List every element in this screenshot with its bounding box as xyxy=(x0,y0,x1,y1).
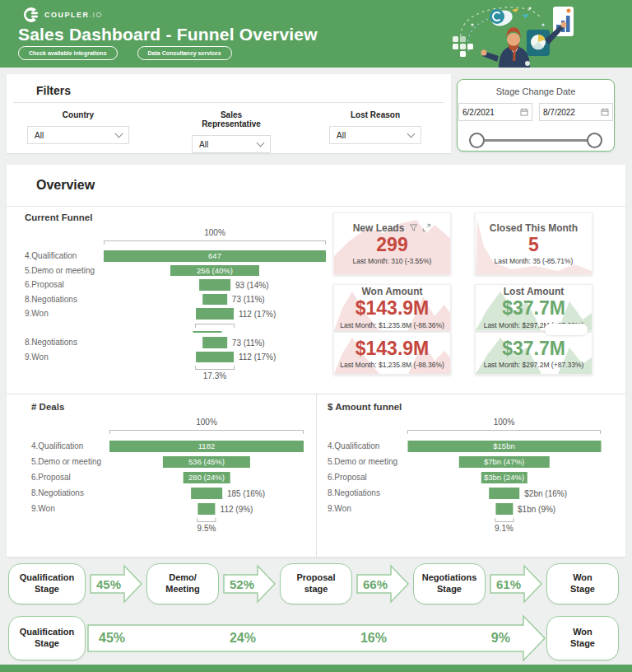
funnel-bottom-bracket: 9.1% xyxy=(328,516,601,536)
slider-handle-start[interactable] xyxy=(469,133,485,148)
stage-line: Stage xyxy=(35,638,59,650)
stage-line: Demo/ xyxy=(169,572,197,584)
flow-row-1: QualificationStage45%Demo/Meeting52%Prop… xyxy=(8,563,619,604)
kpi-value: $143.9M xyxy=(356,298,430,319)
funnel-row: 5.Demo or meeting536 (45%) xyxy=(31,454,304,469)
funnel-bar[interactable] xyxy=(489,488,520,499)
kpi-lost-amount-duplicate[interactable]: $37.7M Last Month: $297.2M (+87.33%) xyxy=(475,332,592,375)
sales-rep-select[interactable]: All xyxy=(192,135,271,153)
funnel-top-bracket: 100% xyxy=(25,227,326,249)
funnel-bar-value: 112 (9%) xyxy=(221,504,253,513)
header: COUPLER.IO Sales Dashboard - Funnel Over… xyxy=(0,0,632,68)
funnel-bar[interactable]: 1182 xyxy=(109,441,304,452)
filter-icon[interactable] xyxy=(409,223,418,232)
conversion-arrow: 45% xyxy=(90,564,142,604)
end-date-input[interactable] xyxy=(543,108,589,117)
funnel-bar[interactable]: 647 xyxy=(104,250,326,262)
stage-box-demo: Demo/Meeting xyxy=(146,563,219,604)
funnel-row: 4.Qualification647 xyxy=(25,249,326,264)
filters-divider xyxy=(13,102,444,103)
stage-box-qualification: Qualification Stage xyxy=(8,616,86,660)
funnel-bar[interactable] xyxy=(196,352,234,363)
funnel-bar[interactable]: 536 (45%) xyxy=(163,456,250,468)
chevron-down-icon xyxy=(407,130,416,138)
current-funnel-chart: Current Funnel 100%4.Qualification6475.D… xyxy=(25,212,326,384)
deals-funnel-chart: # Deals 100%4.Qualification11825.Demo or… xyxy=(31,402,304,536)
chevron-down-icon xyxy=(115,130,123,138)
funnel-category-label: 4.Qualification xyxy=(328,441,407,450)
funnel-row: 6.Proposal$3bn (24%) xyxy=(328,469,601,485)
focus-mode-icon[interactable] xyxy=(422,223,431,232)
deals-funnel-bars: 100%4.Qualification11825.Demo or meeting… xyxy=(31,417,304,536)
funnel-bar-value: $15bn xyxy=(493,441,514,450)
funnel-category-label: 5.Demo or meeting xyxy=(328,457,407,466)
funnel-category-label: 6.Proposal xyxy=(328,473,407,482)
funnel-bar[interactable] xyxy=(202,337,227,348)
funnel-bar[interactable]: $15bn xyxy=(407,441,601,452)
overall-conversion-percentages: 45%24%16%9% xyxy=(87,624,523,652)
funnel-bar-value: 112 (17%) xyxy=(239,352,276,362)
kpi-new-leads[interactable]: New Leads 299 Last Month: 310 (-3.55%) xyxy=(333,212,451,275)
lost-reason-select[interactable]: All xyxy=(329,126,421,144)
kpi-won-amount[interactable]: Won Amount $143.9M Last Month: $1,235.8M… xyxy=(333,284,451,331)
coupler-logo[interactable]: COUPLER.IO xyxy=(23,7,103,23)
country-select[interactable]: All xyxy=(27,126,129,144)
start-date-input[interactable] xyxy=(462,108,509,117)
calendar-icon[interactable] xyxy=(520,108,528,116)
kpi-closed-this-month[interactable]: Closed This Month 5 Last Month: 35 (-85.… xyxy=(475,212,592,275)
funnel-row: 6.Proposal280 (24%) xyxy=(31,469,304,485)
kpi-won-amount-duplicate[interactable]: $143.9M Last Month: $1,235.8M (-88.36%) xyxy=(333,332,451,375)
filters-panel: Filters Country All Sales Representative… xyxy=(7,74,451,153)
stage-box-negotiations: NegotiationsStage xyxy=(413,563,486,604)
filter-sales-rep: Sales Representative All xyxy=(192,110,271,153)
deals-funnel-title: # Deals xyxy=(31,402,304,412)
funnel-category-label: 4.Qualification xyxy=(25,251,104,260)
funnel-top-label: 100% xyxy=(109,418,304,427)
conversion-percentage: 45% xyxy=(99,631,125,646)
integrations-button[interactable]: Check available integrations xyxy=(18,46,118,60)
conversion-percentage: 52% xyxy=(223,564,261,604)
conversion-percentage: 16% xyxy=(360,631,387,646)
funnel-row: 8.Negotiations73 (11%) xyxy=(25,292,326,307)
stage-box-proposal: Proposalstage xyxy=(280,563,352,604)
kpi-subtitle: Last Month: $1,235.8M (-88.36%) xyxy=(340,361,444,369)
funnel-category-label: 5.Demo or meeting xyxy=(31,457,109,466)
funnel-bar[interactable] xyxy=(199,279,230,291)
funnel-bar[interactable]: 256 (40%) xyxy=(170,265,259,277)
funnel-bar[interactable]: $3bn (24%) xyxy=(481,472,527,483)
funnel-bar[interactable] xyxy=(198,503,215,515)
end-date-field[interactable] xyxy=(539,103,613,121)
current-funnel-title: Current Funnel xyxy=(25,212,326,222)
stage-line: Proposal xyxy=(296,572,335,584)
kpi-subtitle: Last Month: 35 (-85.71%) xyxy=(495,257,574,265)
funnel-top-bracket: 100% xyxy=(328,417,601,438)
funnel-row xyxy=(25,321,326,336)
logo-text: COUPLER.IO xyxy=(44,11,103,19)
divider xyxy=(316,394,317,557)
funnel-bar[interactable]: $7bn (47%) xyxy=(458,456,549,468)
funnel-bottom-bracket: 9.5% xyxy=(31,516,304,536)
calendar-icon[interactable] xyxy=(601,108,609,116)
funnel-bottom-label: 17.3% xyxy=(104,371,326,380)
kpi-title: Lost Amount xyxy=(504,286,565,297)
funnel-bar[interactable] xyxy=(495,503,513,515)
funnel-category-label: 8.Negotiations xyxy=(25,295,104,304)
slider-track[interactable] xyxy=(474,139,597,142)
funnel-bar[interactable]: 280 (24%) xyxy=(184,472,230,483)
funnel-category-label: 8.Negotiations xyxy=(25,338,104,347)
funnel-bar[interactable] xyxy=(196,308,234,320)
funnel-category-label: 9.Won xyxy=(328,504,407,513)
consultancy-button[interactable]: Data Consultancy services xyxy=(137,46,232,60)
conversion-arrow: 66% xyxy=(356,564,409,604)
start-date-field[interactable] xyxy=(458,103,532,121)
glitch-bracket xyxy=(195,324,235,328)
stage-line: Stage xyxy=(35,584,59,595)
funnel-row: 8.Negotiations73 (11%) xyxy=(25,335,326,350)
funnel-bar[interactable] xyxy=(202,294,227,306)
funnel-bar-value: 1182 xyxy=(198,441,215,450)
stage-line: Won xyxy=(573,572,592,584)
funnel-bar[interactable] xyxy=(191,488,222,499)
stage-line: Stage xyxy=(437,584,462,595)
slider-handle-end[interactable] xyxy=(587,133,602,148)
date-range-slider[interactable] xyxy=(469,133,602,147)
